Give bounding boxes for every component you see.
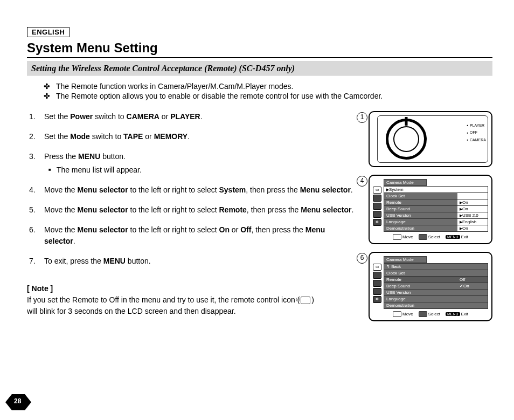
mode-icon bbox=[373, 203, 381, 210]
osd-item: Beep Sound bbox=[384, 283, 457, 289]
remote-icon bbox=[301, 297, 310, 304]
mode-icon bbox=[373, 272, 381, 279]
select-icon bbox=[419, 234, 427, 240]
switch-labels: PLAYER OFF CAMERA bbox=[467, 122, 486, 143]
osd-value: ▶English bbox=[457, 219, 488, 225]
figure-number-badge: 1 bbox=[357, 112, 367, 123]
osd-back: ↰ Back bbox=[384, 264, 457, 270]
figure-4: 4 ▭ ✲ Camera Mode ▶System bbox=[369, 175, 492, 244]
select-icon bbox=[419, 311, 427, 317]
osd-value: ▶On bbox=[457, 225, 488, 231]
figure-number-badge: 4 bbox=[357, 176, 367, 187]
mode-icon bbox=[373, 211, 381, 218]
section-subtitle: Setting the Wireless Remote Control Acce… bbox=[27, 61, 492, 75]
osd-value: ✔On bbox=[457, 283, 488, 289]
osd-footer: Move Select MENUExit bbox=[373, 234, 488, 240]
osd-item: Beep Sound bbox=[384, 206, 457, 212]
osd-item: Clock Set bbox=[384, 193, 457, 199]
dial-icon bbox=[386, 119, 427, 160]
step-text: Set the Mode switch to TAPE or MEMORY. bbox=[44, 131, 190, 142]
battery-icon: ▭ bbox=[373, 264, 381, 271]
figure-number-badge: 6 bbox=[357, 253, 367, 264]
osd-item: Remote bbox=[384, 277, 457, 283]
step-num: 7. bbox=[29, 256, 39, 267]
step-text: Set the Power switch to CAMERA or PLAYER… bbox=[44, 111, 203, 122]
gear-icon: ✲ bbox=[373, 219, 381, 226]
osd-side-icons: ▭ ✲ bbox=[373, 256, 384, 309]
step-text: To exit, press the MENU button. bbox=[44, 256, 151, 267]
osd-menu-screenshot: ▭ ✲ Camera Mode ▶System Clock Set Remote… bbox=[369, 175, 492, 244]
square-bullet-icon: ■ bbox=[48, 164, 51, 176]
step-num: 3. bbox=[29, 151, 39, 162]
substep-text: The menu list will appear. bbox=[57, 164, 142, 176]
steps-list: 1. Set the Power switch to CAMERA or PLA… bbox=[27, 111, 358, 329]
step-text: Move the Menu selector to the left or ri… bbox=[44, 184, 353, 196]
menu-pill-icon: MENU bbox=[446, 235, 460, 239]
osd-item: Language bbox=[384, 296, 457, 302]
note-label: [ Note ] bbox=[27, 283, 358, 294]
osd-item: Demonstration bbox=[384, 225, 457, 231]
battery-icon: ▭ bbox=[373, 187, 381, 194]
bullet-icon: ✤ bbox=[43, 92, 51, 100]
page-number: 28 bbox=[14, 397, 21, 405]
bullet-icon: ✤ bbox=[43, 82, 51, 91]
osd-value: Off bbox=[457, 277, 488, 283]
osd-item: USB Version bbox=[384, 290, 457, 295]
osd-item: ▶System bbox=[384, 187, 457, 192]
osd-value: ▶USB 2.0 bbox=[457, 212, 488, 218]
step-text: Move the Menu selector to the left or ri… bbox=[44, 204, 353, 216]
step-num: 4. bbox=[29, 184, 39, 196]
manual-page: ENGLISH System Menu Setting Setting the … bbox=[0, 0, 514, 420]
step-num: 6. bbox=[29, 224, 39, 247]
osd-menu-screenshot: ▭ ✲ Camera Mode ↰ Back Clock Set RemoteO… bbox=[369, 252, 492, 321]
intro-line: The Remote option allows you to enable o… bbox=[56, 92, 383, 100]
osd-value: ▶On bbox=[457, 199, 488, 205]
figures-column: 1 PLAYER OFF CAMERA 4 bbox=[369, 111, 492, 329]
step-text: Move the Menu selector to the left or ri… bbox=[44, 224, 358, 247]
osd-item: Language bbox=[384, 219, 457, 225]
step-text: Press the MENU button. bbox=[44, 151, 126, 162]
osd-title: Camera Mode bbox=[384, 256, 427, 263]
intro-line: The Remote function works in Camera/Play… bbox=[56, 82, 293, 91]
mode-icon bbox=[373, 280, 381, 287]
figure-1: 1 PLAYER OFF CAMERA bbox=[369, 111, 492, 167]
osd-item: Demonstration bbox=[384, 302, 457, 308]
osd-item: Remote bbox=[384, 199, 457, 205]
figure-6: 6 ▭ ✲ Camera Mode ↰ Back C bbox=[369, 252, 492, 321]
note-block: [ Note ] If you set the Remote to Off in… bbox=[27, 283, 358, 317]
osd-footer: Move Select MENUExit bbox=[373, 311, 488, 317]
move-icon bbox=[393, 311, 401, 317]
mode-icon bbox=[373, 288, 381, 295]
menu-pill-icon: MENU bbox=[446, 312, 460, 316]
page-title: System Menu Setting bbox=[27, 40, 492, 58]
step-num: 1. bbox=[29, 111, 39, 122]
intro-bullets: ✤The Remote function works in Camera/Pla… bbox=[43, 82, 492, 100]
mode-icon bbox=[373, 195, 381, 202]
note-text: If you set the Remote to Off in the menu… bbox=[27, 294, 358, 306]
step-num: 5. bbox=[29, 204, 39, 216]
power-switch-illustration: PLAYER OFF CAMERA bbox=[369, 111, 492, 167]
language-tag: ENGLISH bbox=[27, 27, 70, 37]
step-num: 2. bbox=[29, 131, 39, 142]
move-icon bbox=[393, 234, 401, 240]
osd-title: Camera Mode bbox=[384, 179, 427, 186]
osd-item: Clock Set bbox=[384, 270, 457, 276]
osd-value: ▶On bbox=[457, 206, 488, 212]
note-text: will blink for 3 seconds on the LCD scre… bbox=[27, 306, 358, 317]
osd-item: USB Version bbox=[384, 212, 457, 218]
osd-side-icons: ▭ ✲ bbox=[373, 179, 384, 232]
gear-icon: ✲ bbox=[373, 296, 381, 303]
